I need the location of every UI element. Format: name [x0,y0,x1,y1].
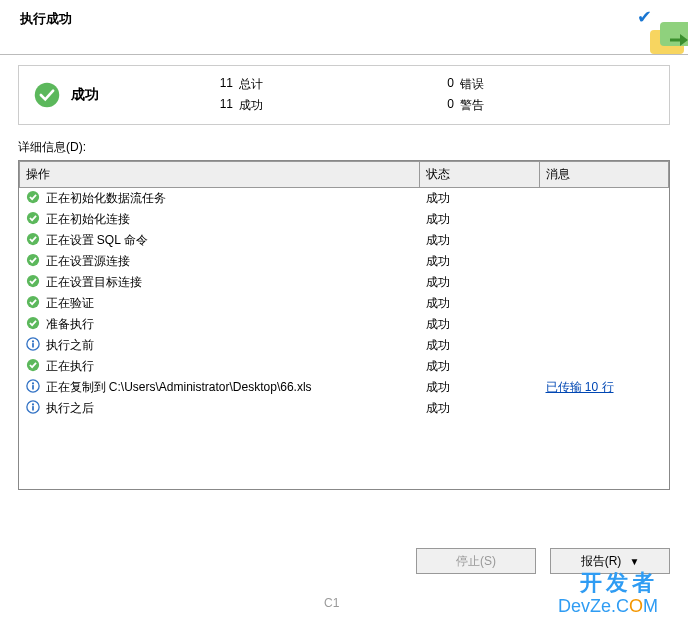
svg-point-2 [35,83,60,108]
divider [0,54,688,55]
msg-text [540,335,669,356]
status-text: 成功 [420,188,540,210]
stat-success: 11成功 [213,97,434,114]
op-text: 执行之前 [46,337,94,354]
info-icon [26,379,40,396]
success-icon [26,211,40,228]
msg-text [540,314,669,335]
msg-text [540,272,669,293]
msg-text [540,209,669,230]
msg-text [540,293,669,314]
table-row[interactable]: 正在复制到 C:\Users\Administrator\Desktop\66.… [20,377,669,398]
op-text: 正在初始化连接 [46,211,130,228]
msg-text[interactable]: 已传输 10 行 [540,377,669,398]
watermark: 开发者 DevZe.COM [558,570,658,618]
stat-warning: 0警告 [434,97,655,114]
svg-point-15 [31,382,33,384]
table-row[interactable]: 正在初始化连接成功 [20,209,669,230]
status-text: 成功 [420,356,540,377]
details-table-wrap[interactable]: 操作 状态 消息 正在初始化数据流任务成功正在初始化连接成功正在设置 SQL 命… [18,160,670,490]
status-text: 成功 [420,293,540,314]
op-text: 正在设置 SQL 命令 [46,232,148,249]
svg-point-11 [31,340,33,342]
table-row[interactable]: 正在验证成功 [20,293,669,314]
summary-title: 成功 [71,86,99,104]
status-text: 成功 [420,209,540,230]
stop-button[interactable]: 停止(S) [416,548,536,574]
success-icon [26,295,40,312]
success-icon [26,232,40,249]
stat-error: 0错误 [434,76,655,93]
col-operation[interactable]: 操作 [20,162,420,188]
col-status[interactable]: 状态 [420,162,540,188]
info-icon [26,400,40,417]
header: 执行成功 [0,0,688,36]
footer-text: C1 [324,596,339,610]
success-icon [26,253,40,270]
stat-total: 11总计 [213,76,434,93]
status-text: 成功 [420,314,540,335]
table-row[interactable]: 执行之前成功 [20,335,669,356]
op-text: 正在复制到 C:\Users\Administrator\Desktop\66.… [46,379,312,396]
status-text: 成功 [420,377,540,398]
op-text: 正在验证 [46,295,94,312]
success-icon [33,81,61,109]
svg-rect-19 [32,406,34,410]
svg-rect-16 [32,385,34,389]
summary-panel: 成功 11总计 0错误 11成功 0警告 [18,65,670,125]
status-text: 成功 [420,251,540,272]
page-title: 执行成功 [20,11,72,26]
op-text: 正在初始化数据流任务 [46,190,166,207]
table-row[interactable]: 正在初始化数据流任务成功 [20,188,669,210]
table-row[interactable]: 正在设置源连接成功 [20,251,669,272]
col-message[interactable]: 消息 [540,162,669,188]
success-icon [26,274,40,291]
details-table: 操作 状态 消息 正在初始化数据流任务成功正在初始化连接成功正在设置 SQL 命… [19,161,669,419]
success-icon [26,358,40,375]
status-text: 成功 [420,398,540,419]
status-text: 成功 [420,272,540,293]
details-label: 详细信息(D): [18,139,670,156]
table-row[interactable]: 正在设置 SQL 命令成功 [20,230,669,251]
msg-text [540,251,669,272]
table-row[interactable]: 准备执行成功 [20,314,669,335]
decorative-graphic [640,10,688,58]
table-row[interactable]: 正在执行成功 [20,356,669,377]
msg-text [540,356,669,377]
msg-text [540,398,669,419]
table-row[interactable]: 正在设置目标连接成功 [20,272,669,293]
report-button-label: 报告(R) [581,553,622,570]
chevron-down-icon: ▼ [629,556,639,567]
op-text: 执行之后 [46,400,94,417]
success-icon [26,316,40,333]
msg-text [540,230,669,251]
success-icon [26,190,40,207]
op-text: 准备执行 [46,316,94,333]
op-text: 正在设置目标连接 [46,274,142,291]
svg-rect-12 [32,343,34,347]
status-text: 成功 [420,335,540,356]
table-row[interactable]: 执行之后成功 [20,398,669,419]
info-icon [26,337,40,354]
status-text: 成功 [420,230,540,251]
svg-point-18 [31,403,33,405]
op-text: 正在执行 [46,358,94,375]
op-text: 正在设置源连接 [46,253,130,270]
msg-text [540,188,669,210]
